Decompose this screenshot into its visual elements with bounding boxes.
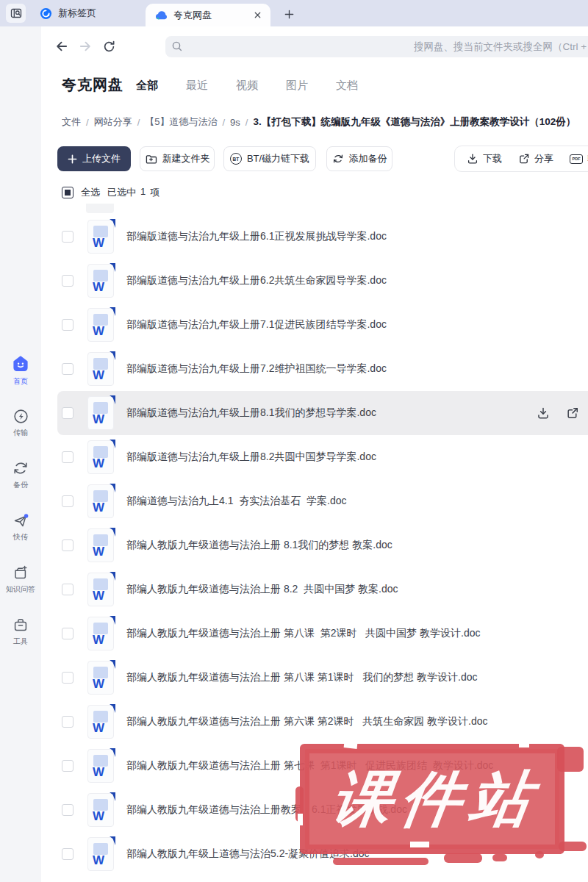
breadcrumb-separator: / [137, 117, 140, 128]
selected-prefix: 已选中 [107, 186, 136, 199]
file-name[interactable]: 部编版道德与法治九年级上册7.1促进民族团结导学案.doc [126, 318, 588, 331]
browser-window: 新标签页 夸克网盘 [0, 0, 588, 882]
watermark-stamp: 课件站 [300, 744, 564, 854]
file-checkbox[interactable] [62, 231, 74, 243]
tab-images[interactable]: 图片 [286, 79, 308, 93]
file-row[interactable]: W 部编人教版九年级道德与法治上册 第八课 第1课时 我们的梦想 教学设计.do… [57, 656, 588, 700]
word-doc-icon: W [85, 792, 117, 828]
window-sidebar-search-button[interactable] [6, 4, 26, 23]
file-checkbox[interactable] [62, 495, 74, 507]
file-name[interactable]: 部编版道德与法治九年级上册6.2共筑生命家园导学案.doc [126, 274, 588, 287]
select-all-checkbox[interactable] [62, 187, 74, 198]
row-share-icon[interactable] [566, 406, 579, 420]
close-icon[interactable] [254, 11, 262, 19]
row-download-icon[interactable] [537, 406, 550, 420]
word-doc-icon: W [85, 615, 117, 652]
file-checkbox[interactable] [62, 848, 74, 860]
browser-tab-quark-pan[interactable]: 夸克网盘 [146, 4, 270, 26]
search-icon [171, 40, 183, 52]
row-actions [537, 406, 579, 420]
file-checkbox[interactable] [62, 716, 74, 728]
plus-icon [284, 9, 295, 20]
selected-count-info: 已选中 1 项 [107, 186, 159, 199]
select-all-label[interactable]: 全选 [81, 186, 100, 199]
file-name[interactable]: 部编版道德与法治九年级上册8.2共圆中国梦导学案.doc [126, 451, 588, 464]
file-name[interactable]: 部编人教版九年级道德与法治上册 8.1我们的梦想 教案.doc [126, 539, 588, 552]
file-row[interactable]: W 部编版道德与法治九年级上册8.2共圆中国梦导学案.doc [57, 435, 588, 479]
quark-browser-logo-icon [40, 7, 52, 20]
tab-title: 新标签页 [58, 7, 96, 20]
upload-file-button[interactable]: 上传文件 [57, 146, 131, 171]
file-checkbox[interactable] [62, 628, 74, 639]
file-name[interactable]: 部编人教版九年级道德与法治上册 第八课 第2课时 共圆中国梦 教学设计.doc [126, 627, 588, 640]
breadcrumb-link[interactable]: 网站分享 [94, 115, 132, 129]
file-name[interactable]: 部编道德与法治九上4.1 夯实法治基石 学案.doc [126, 495, 588, 508]
file-row[interactable]: W 部编人教版九年级道德与法治上册 8.1我们的梦想 教案.doc [57, 523, 588, 567]
sidebar-search-icon [10, 7, 22, 19]
browser-tab-new-tab-page[interactable]: 新标签页 [32, 0, 104, 26]
tab-recent[interactable]: 最近 [186, 79, 208, 93]
file-row[interactable]: W 部编版道德与法治九年级上册8.1我们的梦想导学案.doc [57, 391, 588, 435]
new-tab-button[interactable] [281, 6, 297, 22]
browser-tab-bar: 新标签页 夸克网盘 [0, 0, 588, 26]
file-checkbox[interactable] [62, 363, 74, 375]
upload-file-label: 上传文件 [82, 152, 121, 165]
tab-title: 夸克网盘 [173, 9, 248, 22]
add-backup-label: 添加备份 [349, 152, 387, 165]
selection-action-bar: 下载 分享 PDF 转为 [454, 146, 588, 172]
word-doc-icon: W [85, 262, 117, 299]
selected-count: 1 [140, 186, 146, 199]
file-name[interactable]: 部编版道德与法治九年级上册6.1正视发展挑战导学案.doc [126, 230, 588, 243]
word-doc-icon: W [85, 483, 117, 520]
file-checkbox[interactable] [62, 584, 74, 595]
breadcrumb-link[interactable]: 【5】道德与法治 [145, 115, 217, 129]
new-folder-button[interactable]: 新建文件夹 [140, 146, 215, 171]
share-button[interactable]: 分享 [518, 152, 553, 165]
file-checkbox[interactable] [62, 672, 74, 684]
file-checkbox[interactable] [62, 275, 74, 287]
bt-magnet-icon: BT [230, 153, 242, 165]
partial-file-icon [86, 204, 114, 213]
download-button[interactable]: 下载 [467, 152, 502, 165]
file-row[interactable]: W 部编人教版九年级道德与法治上册 第六课 第2课时 共筑生命家园 教学设计.d… [57, 700, 588, 744]
file-checkbox[interactable] [62, 451, 74, 463]
file-row[interactable]: W 部编道德与法治九上4.1 夯实法治基石 学案.doc [57, 479, 588, 523]
add-backup-button[interactable]: 添加备份 [326, 146, 392, 171]
file-checkbox[interactable] [62, 407, 74, 419]
word-doc-icon: W [85, 351, 117, 387]
tab-videos[interactable]: 视频 [236, 79, 258, 93]
file-name[interactable]: 部编版道德与法治九年级上册7.2维护祖国统一导学案.doc [126, 362, 588, 376]
file-row[interactable]: W 部编版道德与法治九年级上册6.2共筑生命家园导学案.doc [57, 259, 588, 303]
file-row[interactable]: W 部编版道德与法治九年级上册7.2维护祖国统一导学案.doc [57, 347, 588, 391]
tab-documents[interactable]: 文档 [336, 79, 358, 93]
file-name[interactable]: 部编人教版九年级道德与法治上册 第六课 第2课时 共筑生命家园 教学设计.doc [126, 715, 588, 728]
pdf-icon: PDF [570, 154, 583, 164]
quark-pan-cloud-icon [154, 10, 168, 21]
breadcrumb: 文件 / 网站分享 / 【5】道德与法治 / 9s / 3.【打包下载】统编版九… [62, 115, 588, 129]
word-doc-icon: W [85, 395, 117, 431]
file-row[interactable]: W 部编人教版九年级道德与法治上册 8.2 共圆中国梦 教案.doc [57, 567, 588, 612]
forward-button[interactable] [76, 37, 94, 55]
file-checkbox[interactable] [62, 760, 74, 772]
refresh-button[interactable] [100, 37, 118, 55]
breadcrumb-link[interactable]: 文件 [62, 115, 81, 129]
file-checkbox[interactable] [62, 319, 74, 331]
word-doc-icon: W [85, 527, 117, 564]
content-nav-tabs: 全部 最近 视频 图片 文档 [136, 79, 358, 93]
file-row[interactable]: W 部编人教版九年级道德与法治上册 第八课 第2课时 共圆中国梦 教学设计.do… [57, 612, 588, 656]
file-checkbox[interactable] [62, 539, 74, 551]
search-input[interactable] [165, 36, 588, 57]
breadcrumb-current: 3.【打包下载】统编版九年级《道德与法治》上册教案教学设计（102份） [253, 115, 576, 129]
file-name[interactable]: 部编人教版九年级道德与法治上册 8.2 共圆中国梦 教案.doc [126, 583, 588, 596]
bt-magnet-download-button[interactable]: BT BT/磁力链下载 [223, 146, 316, 171]
file-name[interactable]: 部编人教版九年级道德与法治上册 第八课 第1课时 我们的梦想 教学设计.doc [126, 671, 588, 684]
file-row[interactable]: W 部编版道德与法治九年级上册7.1促进民族团结导学案.doc [57, 303, 588, 347]
back-button[interactable] [53, 37, 71, 55]
selected-unit: 项 [150, 186, 159, 199]
file-checkbox[interactable] [62, 804, 74, 816]
tab-all[interactable]: 全部 [136, 79, 158, 93]
file-name[interactable]: 部编版道德与法治九年级上册8.1我们的梦想导学案.doc [126, 406, 537, 420]
file-row[interactable]: W 部编版道德与法治九年级上册6.1正视发展挑战导学案.doc [57, 215, 588, 259]
convert-to-pdf-button[interactable]: PDF 转为 [570, 152, 588, 165]
breadcrumb-link[interactable]: 9s [230, 117, 240, 128]
